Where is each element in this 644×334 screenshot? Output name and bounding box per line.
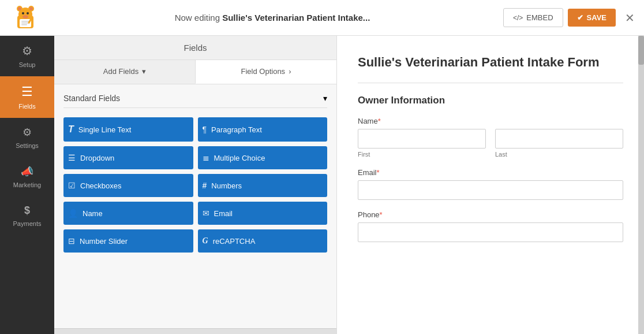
- name-field-group: Name* First Last: [358, 117, 623, 158]
- multiple-choice-button[interactable]: ≣ Multiple Choice: [198, 146, 328, 169]
- numbers-button[interactable]: # Numbers: [198, 174, 328, 197]
- embed-button[interactable]: </> EMBED: [503, 8, 563, 27]
- svg-point-8: [23, 15, 28, 18]
- first-name-input[interactable]: [358, 129, 486, 149]
- name-field-label: Name*: [358, 117, 623, 125]
- embed-label: EMBED: [526, 13, 553, 22]
- logo-icon: [12, 4, 39, 32]
- phone-input[interactable]: [358, 222, 623, 242]
- checkboxes-icon: ☑: [68, 181, 76, 190]
- paragraph-text-icon: ¶: [203, 125, 207, 134]
- fields-tabs: Add Fields ▾ Field Options ›: [54, 60, 336, 84]
- fields-panel: Fields Add Fields ▾ Field Options › Stan…: [54, 36, 337, 334]
- recaptcha-button[interactable]: G reCAPTCHA: [198, 229, 328, 253]
- sidebar-item-payments[interactable]: $ Payments: [0, 196, 54, 235]
- setup-icon: ⚙: [22, 44, 32, 58]
- fields-grid: T Single Line Text ¶ Paragraph Text ☰ Dr…: [63, 117, 327, 253]
- name-required: *: [378, 117, 381, 125]
- sidebar-label-settings: Settings: [16, 142, 39, 149]
- multiple-choice-icon: ≣: [203, 153, 209, 162]
- number-slider-button[interactable]: ⊟ Number Slider: [63, 229, 193, 253]
- email-required: *: [377, 168, 380, 177]
- section-label: Owner Information: [358, 95, 623, 106]
- fields-icon: ☰: [21, 84, 33, 99]
- fields-header-label: Fields: [184, 43, 207, 53]
- svg-point-6: [22, 12, 24, 14]
- marketing-icon: 📣: [21, 165, 33, 178]
- last-name-input[interactable]: [495, 129, 623, 149]
- sidebar-label-fields: Fields: [18, 103, 35, 110]
- single-line-text-button[interactable]: T Single Line Text: [63, 117, 193, 142]
- form-title: Sullie's Veterinarian Patient Intake For…: [358, 54, 623, 71]
- form-divider: [358, 83, 623, 83]
- recaptcha-icon: G: [203, 236, 208, 246]
- fields-header: Fields: [54, 36, 336, 60]
- dropdown-icon: ☰: [68, 153, 76, 162]
- name-label: Name: [83, 209, 103, 218]
- paragraph-text-button[interactable]: ¶ Paragraph Text: [198, 117, 328, 142]
- main-layout: ⚙ Setup ☰ Fields ⚙ Settings 📣 Marketing …: [0, 36, 644, 334]
- preview-scrollbar[interactable]: [638, 36, 644, 334]
- email-input[interactable]: [358, 180, 623, 200]
- single-line-text-icon: T: [68, 124, 74, 135]
- name-icon: 👤: [68, 209, 78, 218]
- first-name-sublabel: First: [358, 151, 486, 158]
- fields-panel-scrollbar[interactable]: [54, 328, 336, 334]
- sidebar-label-setup: Setup: [19, 61, 36, 68]
- dropdown-button[interactable]: ☰ Dropdown: [63, 146, 193, 169]
- svg-point-5: [29, 7, 33, 10]
- email-button[interactable]: ✉ Email: [198, 202, 328, 225]
- standard-fields-label: Standard Fields: [63, 94, 120, 103]
- email-field-group: Email*: [358, 168, 623, 200]
- section-collapse-icon: ▾: [323, 94, 327, 103]
- check-icon: ✔: [577, 13, 583, 22]
- phone-label-text: Phone: [358, 210, 380, 219]
- topbar-actions: </> EMBED ✔ SAVE ✕: [503, 8, 635, 27]
- preview-panel: Sullie's Veterinarian Patient Intake For…: [337, 36, 644, 334]
- phone-field-group: Phone*: [358, 210, 623, 242]
- settings-icon: ⚙: [23, 126, 32, 139]
- single-line-text-label: Single Line Text: [78, 125, 132, 134]
- sidebar-item-fields[interactable]: ☰ Fields: [0, 76, 54, 118]
- close-button[interactable]: ✕: [625, 11, 635, 25]
- recaptcha-label: reCAPTCHA: [213, 237, 256, 246]
- dropdown-label: Dropdown: [80, 154, 114, 162]
- multiple-choice-label: Multiple Choice: [214, 154, 265, 162]
- email-field-label: Email*: [358, 168, 623, 177]
- sidebar-item-settings[interactable]: ⚙ Settings: [0, 118, 54, 157]
- topbar: Now editing Sullie's Veterinarian Patien…: [0, 0, 644, 36]
- sidebar-item-marketing[interactable]: 📣 Marketing: [0, 157, 54, 196]
- form-name: Sullie's Veterinarian Patient Intake...: [222, 13, 370, 23]
- save-label: SAVE: [587, 13, 606, 22]
- checkboxes-label: Checkboxes: [80, 181, 122, 190]
- embed-icon: </>: [513, 14, 523, 22]
- checkboxes-button[interactable]: ☑ Checkboxes: [63, 174, 193, 197]
- payments-icon: $: [24, 205, 30, 217]
- svg-rect-10: [21, 21, 29, 22]
- fields-body: Standard Fields ▾ T Single Line Text ¶ P…: [54, 84, 336, 328]
- name-button[interactable]: 👤 Name: [63, 202, 193, 225]
- name-label-text: Name: [358, 117, 378, 125]
- field-options-arrow: ›: [289, 67, 291, 76]
- form-preview: Sullie's Veterinarian Patient Intake For…: [337, 36, 644, 334]
- number-slider-icon: ⊟: [68, 236, 75, 246]
- numbers-label: Numbers: [211, 181, 242, 190]
- numbers-icon: #: [203, 181, 207, 190]
- sidebar-item-setup[interactable]: ⚙ Setup: [0, 36, 54, 76]
- add-fields-label: Add Fields: [103, 67, 138, 76]
- tab-add-fields[interactable]: Add Fields ▾: [54, 60, 196, 84]
- phone-field-label: Phone*: [358, 210, 623, 219]
- last-name-group: Last: [495, 129, 623, 158]
- email-label-text: Email: [358, 168, 377, 177]
- add-fields-arrow: ▾: [142, 67, 146, 76]
- editing-title: Now editing Sullie's Veterinarian Patien…: [42, 13, 503, 23]
- email-label: Email: [214, 209, 233, 218]
- email-icon: ✉: [203, 209, 209, 218]
- svg-point-7: [27, 12, 29, 14]
- svg-point-4: [18, 7, 21, 10]
- tab-field-options[interactable]: Field Options ›: [196, 60, 336, 84]
- scrollbar-thumb: [638, 36, 644, 65]
- sidebar-label-marketing: Marketing: [13, 181, 41, 188]
- field-options-label: Field Options: [241, 67, 286, 76]
- save-button[interactable]: ✔ SAVE: [568, 9, 616, 27]
